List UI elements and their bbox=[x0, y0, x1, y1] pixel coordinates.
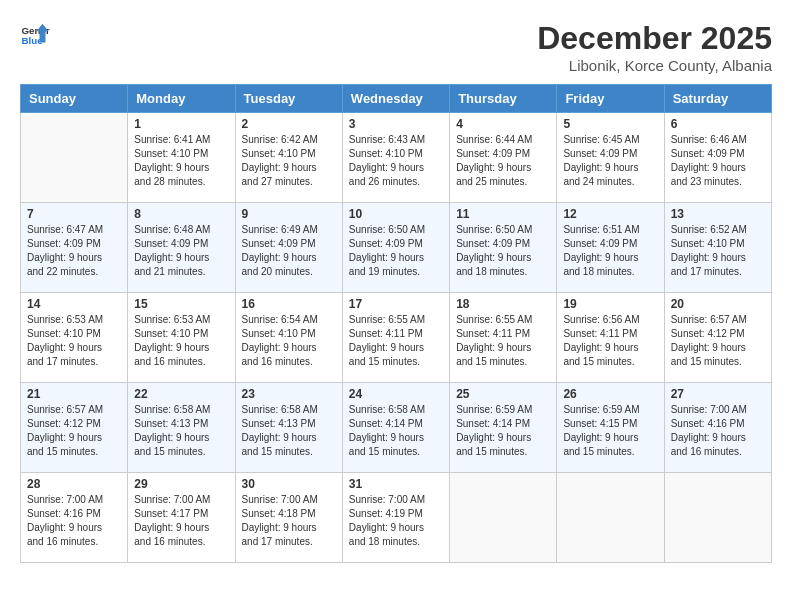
calendar-day-cell: 23Sunrise: 6:58 AMSunset: 4:13 PMDayligh… bbox=[235, 383, 342, 473]
day-number: 21 bbox=[27, 387, 121, 401]
day-info: Sunrise: 6:50 AMSunset: 4:09 PMDaylight:… bbox=[349, 223, 443, 279]
calendar-day-cell: 6Sunrise: 6:46 AMSunset: 4:09 PMDaylight… bbox=[664, 113, 771, 203]
day-info: Sunrise: 6:58 AMSunset: 4:14 PMDaylight:… bbox=[349, 403, 443, 459]
calendar-week-row: 28Sunrise: 7:00 AMSunset: 4:16 PMDayligh… bbox=[21, 473, 772, 563]
calendar-day-cell bbox=[450, 473, 557, 563]
day-info: Sunrise: 6:57 AMSunset: 4:12 PMDaylight:… bbox=[27, 403, 121, 459]
day-number: 19 bbox=[563, 297, 657, 311]
day-info: Sunrise: 6:41 AMSunset: 4:10 PMDaylight:… bbox=[134, 133, 228, 189]
day-info: Sunrise: 6:51 AMSunset: 4:09 PMDaylight:… bbox=[563, 223, 657, 279]
day-number: 11 bbox=[456, 207, 550, 221]
day-number: 6 bbox=[671, 117, 765, 131]
calendar-day-cell: 8Sunrise: 6:48 AMSunset: 4:09 PMDaylight… bbox=[128, 203, 235, 293]
weekday-header-monday: Monday bbox=[128, 85, 235, 113]
logo-icon: General Blue bbox=[20, 20, 50, 50]
calendar-day-cell bbox=[21, 113, 128, 203]
calendar-day-cell: 17Sunrise: 6:55 AMSunset: 4:11 PMDayligh… bbox=[342, 293, 449, 383]
day-number: 29 bbox=[134, 477, 228, 491]
title-block: December 2025 Libonik, Korce County, Alb… bbox=[537, 20, 772, 74]
calendar-day-cell: 26Sunrise: 6:59 AMSunset: 4:15 PMDayligh… bbox=[557, 383, 664, 473]
calendar-day-cell: 29Sunrise: 7:00 AMSunset: 4:17 PMDayligh… bbox=[128, 473, 235, 563]
day-info: Sunrise: 6:58 AMSunset: 4:13 PMDaylight:… bbox=[134, 403, 228, 459]
calendar-day-cell: 24Sunrise: 6:58 AMSunset: 4:14 PMDayligh… bbox=[342, 383, 449, 473]
day-info: Sunrise: 6:59 AMSunset: 4:14 PMDaylight:… bbox=[456, 403, 550, 459]
day-number: 3 bbox=[349, 117, 443, 131]
calendar-week-row: 21Sunrise: 6:57 AMSunset: 4:12 PMDayligh… bbox=[21, 383, 772, 473]
calendar-day-cell: 22Sunrise: 6:58 AMSunset: 4:13 PMDayligh… bbox=[128, 383, 235, 473]
day-info: Sunrise: 7:00 AMSunset: 4:16 PMDaylight:… bbox=[671, 403, 765, 459]
day-info: Sunrise: 6:44 AMSunset: 4:09 PMDaylight:… bbox=[456, 133, 550, 189]
day-number: 4 bbox=[456, 117, 550, 131]
day-number: 13 bbox=[671, 207, 765, 221]
weekday-header-tuesday: Tuesday bbox=[235, 85, 342, 113]
day-info: Sunrise: 6:47 AMSunset: 4:09 PMDaylight:… bbox=[27, 223, 121, 279]
calendar-day-cell: 19Sunrise: 6:56 AMSunset: 4:11 PMDayligh… bbox=[557, 293, 664, 383]
weekday-header-sunday: Sunday bbox=[21, 85, 128, 113]
day-info: Sunrise: 6:54 AMSunset: 4:10 PMDaylight:… bbox=[242, 313, 336, 369]
day-number: 27 bbox=[671, 387, 765, 401]
day-number: 31 bbox=[349, 477, 443, 491]
calendar-day-cell: 14Sunrise: 6:53 AMSunset: 4:10 PMDayligh… bbox=[21, 293, 128, 383]
month-title: December 2025 bbox=[537, 20, 772, 57]
calendar-day-cell: 2Sunrise: 6:42 AMSunset: 4:10 PMDaylight… bbox=[235, 113, 342, 203]
day-info: Sunrise: 6:45 AMSunset: 4:09 PMDaylight:… bbox=[563, 133, 657, 189]
calendar-day-cell: 20Sunrise: 6:57 AMSunset: 4:12 PMDayligh… bbox=[664, 293, 771, 383]
calendar-day-cell: 25Sunrise: 6:59 AMSunset: 4:14 PMDayligh… bbox=[450, 383, 557, 473]
day-number: 15 bbox=[134, 297, 228, 311]
calendar-day-cell: 27Sunrise: 7:00 AMSunset: 4:16 PMDayligh… bbox=[664, 383, 771, 473]
day-number: 25 bbox=[456, 387, 550, 401]
day-number: 16 bbox=[242, 297, 336, 311]
day-info: Sunrise: 6:59 AMSunset: 4:15 PMDaylight:… bbox=[563, 403, 657, 459]
calendar-day-cell: 28Sunrise: 7:00 AMSunset: 4:16 PMDayligh… bbox=[21, 473, 128, 563]
day-number: 12 bbox=[563, 207, 657, 221]
calendar-day-cell bbox=[557, 473, 664, 563]
day-info: Sunrise: 6:42 AMSunset: 4:10 PMDaylight:… bbox=[242, 133, 336, 189]
calendar-day-cell: 1Sunrise: 6:41 AMSunset: 4:10 PMDaylight… bbox=[128, 113, 235, 203]
location: Libonik, Korce County, Albania bbox=[537, 57, 772, 74]
day-number: 2 bbox=[242, 117, 336, 131]
day-number: 30 bbox=[242, 477, 336, 491]
calendar-week-row: 14Sunrise: 6:53 AMSunset: 4:10 PMDayligh… bbox=[21, 293, 772, 383]
calendar-day-cell: 31Sunrise: 7:00 AMSunset: 4:19 PMDayligh… bbox=[342, 473, 449, 563]
day-info: Sunrise: 7:00 AMSunset: 4:19 PMDaylight:… bbox=[349, 493, 443, 549]
calendar-day-cell: 5Sunrise: 6:45 AMSunset: 4:09 PMDaylight… bbox=[557, 113, 664, 203]
calendar-day-cell: 13Sunrise: 6:52 AMSunset: 4:10 PMDayligh… bbox=[664, 203, 771, 293]
weekday-header-row: SundayMondayTuesdayWednesdayThursdayFrid… bbox=[21, 85, 772, 113]
calendar-day-cell: 3Sunrise: 6:43 AMSunset: 4:10 PMDaylight… bbox=[342, 113, 449, 203]
day-info: Sunrise: 6:43 AMSunset: 4:10 PMDaylight:… bbox=[349, 133, 443, 189]
day-number: 28 bbox=[27, 477, 121, 491]
day-number: 1 bbox=[134, 117, 228, 131]
day-number: 14 bbox=[27, 297, 121, 311]
calendar-day-cell: 4Sunrise: 6:44 AMSunset: 4:09 PMDaylight… bbox=[450, 113, 557, 203]
calendar-week-row: 1Sunrise: 6:41 AMSunset: 4:10 PMDaylight… bbox=[21, 113, 772, 203]
day-info: Sunrise: 7:00 AMSunset: 4:18 PMDaylight:… bbox=[242, 493, 336, 549]
calendar-day-cell: 21Sunrise: 6:57 AMSunset: 4:12 PMDayligh… bbox=[21, 383, 128, 473]
logo: General Blue bbox=[20, 20, 50, 50]
day-info: Sunrise: 6:49 AMSunset: 4:09 PMDaylight:… bbox=[242, 223, 336, 279]
calendar-day-cell: 30Sunrise: 7:00 AMSunset: 4:18 PMDayligh… bbox=[235, 473, 342, 563]
day-info: Sunrise: 6:55 AMSunset: 4:11 PMDaylight:… bbox=[456, 313, 550, 369]
day-number: 26 bbox=[563, 387, 657, 401]
weekday-header-wednesday: Wednesday bbox=[342, 85, 449, 113]
calendar-day-cell: 10Sunrise: 6:50 AMSunset: 4:09 PMDayligh… bbox=[342, 203, 449, 293]
calendar-day-cell: 12Sunrise: 6:51 AMSunset: 4:09 PMDayligh… bbox=[557, 203, 664, 293]
calendar-week-row: 7Sunrise: 6:47 AMSunset: 4:09 PMDaylight… bbox=[21, 203, 772, 293]
day-number: 23 bbox=[242, 387, 336, 401]
day-info: Sunrise: 6:53 AMSunset: 4:10 PMDaylight:… bbox=[134, 313, 228, 369]
calendar-day-cell: 18Sunrise: 6:55 AMSunset: 4:11 PMDayligh… bbox=[450, 293, 557, 383]
day-number: 20 bbox=[671, 297, 765, 311]
day-info: Sunrise: 6:53 AMSunset: 4:10 PMDaylight:… bbox=[27, 313, 121, 369]
day-number: 18 bbox=[456, 297, 550, 311]
day-number: 9 bbox=[242, 207, 336, 221]
weekday-header-friday: Friday bbox=[557, 85, 664, 113]
day-info: Sunrise: 6:48 AMSunset: 4:09 PMDaylight:… bbox=[134, 223, 228, 279]
calendar-day-cell: 11Sunrise: 6:50 AMSunset: 4:09 PMDayligh… bbox=[450, 203, 557, 293]
day-info: Sunrise: 6:55 AMSunset: 4:11 PMDaylight:… bbox=[349, 313, 443, 369]
day-info: Sunrise: 6:56 AMSunset: 4:11 PMDaylight:… bbox=[563, 313, 657, 369]
day-number: 5 bbox=[563, 117, 657, 131]
calendar-day-cell: 16Sunrise: 6:54 AMSunset: 4:10 PMDayligh… bbox=[235, 293, 342, 383]
day-number: 7 bbox=[27, 207, 121, 221]
calendar-day-cell: 7Sunrise: 6:47 AMSunset: 4:09 PMDaylight… bbox=[21, 203, 128, 293]
weekday-header-thursday: Thursday bbox=[450, 85, 557, 113]
day-number: 10 bbox=[349, 207, 443, 221]
